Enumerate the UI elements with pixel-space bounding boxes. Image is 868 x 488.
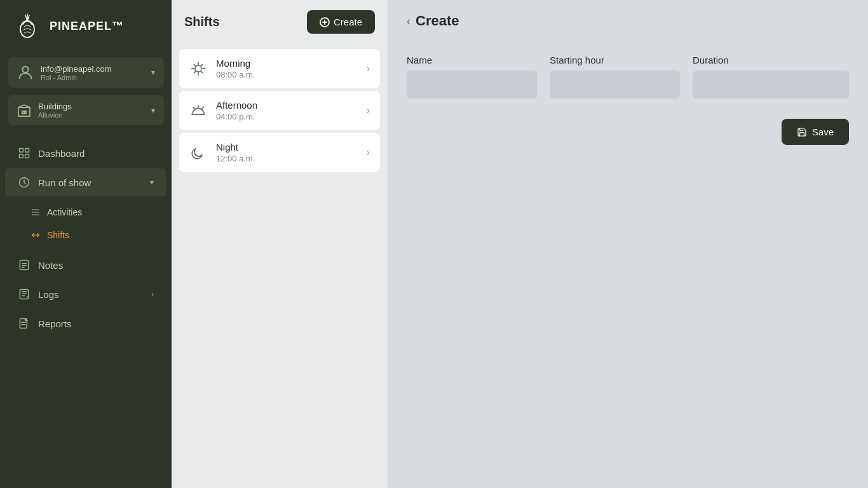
name-input[interactable]	[407, 71, 537, 98]
create-form-panel: ‹ Create Name Starting hour Duration	[388, 0, 868, 488]
name-field-container: Name	[407, 55, 537, 98]
shifts-icon	[31, 230, 41, 240]
name-label: Name	[407, 55, 537, 65]
building-name: Buildings	[38, 102, 145, 111]
form-fields-row: Name Starting hour Duration	[407, 55, 849, 98]
duration-input[interactable]	[693, 71, 849, 98]
duration-label: Duration	[693, 55, 849, 65]
pineapel-logo-icon	[13, 11, 42, 41]
sidebar-item-shifts[interactable]: Shifts	[18, 224, 166, 246]
svg-rect-8	[25, 154, 29, 158]
building-info: Buildings Alluvion	[38, 102, 145, 119]
logs-chevron-icon: ›	[151, 290, 154, 299]
svg-rect-5	[20, 149, 24, 152]
back-chevron-icon[interactable]: ‹	[407, 15, 410, 28]
logo-area: PINEAPEL™	[0, 0, 172, 52]
user-role: Rol - Admin	[41, 74, 145, 81]
create-button-label: Create	[334, 17, 362, 27]
night-icon	[189, 144, 207, 161]
afternoon-icon	[189, 102, 207, 119]
sidebar-item-run-of-show[interactable]: Run of show ▾	[5, 168, 166, 196]
building-sub: Alluvion	[38, 111, 145, 119]
form-title: Create	[416, 13, 459, 29]
create-shift-button[interactable]: Create	[307, 10, 375, 34]
create-shift-form: Name Starting hour Duration Save	[388, 42, 868, 158]
dashboard-label: Dashboard	[38, 148, 154, 159]
building-dropdown[interactable]: Buildings Alluvion ▾	[8, 95, 164, 125]
morning-info: Morning 08:00 a.m.	[216, 58, 358, 79]
runofshow-icon	[18, 176, 31, 189]
main-nav: Dashboard Run of show ▾ A	[0, 133, 172, 344]
duration-field-container: Duration	[693, 55, 849, 98]
shift-item-afternoon[interactable]: Afternoon 04:00 p.m. ›	[179, 91, 380, 130]
shifts-list-panel: Shifts Create M	[172, 0, 388, 488]
sidebar-item-notes[interactable]: Notes	[5, 251, 166, 279]
svg-point-15	[32, 214, 32, 215]
svg-rect-7	[20, 154, 24, 158]
plus-icon	[320, 17, 330, 27]
svg-rect-20	[20, 290, 28, 299]
afternoon-name: Afternoon	[216, 100, 358, 111]
user-avatar-icon	[17, 64, 34, 81]
svg-line-38	[193, 107, 194, 109]
afternoon-info: Afternoon 04:00 p.m.	[216, 100, 358, 121]
user-email: info@pineapel.com	[41, 64, 145, 74]
dashboard-icon	[18, 147, 31, 159]
morning-time: 08:00 a.m.	[216, 70, 358, 79]
logs-label: Logs	[38, 289, 144, 300]
sidebar-item-logs[interactable]: Logs ›	[5, 280, 166, 308]
shift-item-morning[interactable]: Morning 08:00 a.m. ›	[179, 49, 380, 88]
svg-line-32	[194, 65, 196, 66]
reports-icon	[18, 317, 31, 330]
run-of-show-label: Run of show	[38, 177, 142, 188]
logs-icon	[18, 288, 31, 301]
night-time: 12:00 a.m.	[216, 154, 358, 163]
app-name: PINEAPEL™	[50, 20, 124, 33]
afternoon-time: 04:00 p.m.	[216, 112, 358, 121]
activities-icon	[31, 207, 41, 217]
svg-point-14	[32, 212, 32, 212]
sidebar: PINEAPEL™ info@pineapel.com Rol - Admin …	[0, 0, 172, 488]
starting-hour-input[interactable]	[550, 71, 680, 98]
shifts-header: Shifts Create	[172, 0, 388, 44]
user-chevron-down-icon: ▾	[151, 68, 155, 77]
svg-point-27	[195, 65, 201, 72]
form-header: ‹ Create	[388, 0, 868, 42]
save-icon	[797, 127, 807, 137]
sidebar-item-activities[interactable]: Activities	[18, 201, 166, 223]
svg-line-33	[201, 72, 203, 73]
building-chevron-down-icon: ▾	[151, 106, 155, 115]
night-name: Night	[216, 142, 358, 152]
svg-rect-16	[20, 261, 28, 270]
svg-rect-4	[24, 111, 26, 114]
svg-line-35	[194, 72, 196, 73]
morning-chevron-icon: ›	[367, 63, 370, 74]
shift-item-night[interactable]: Night 12:00 a.m. ›	[179, 133, 380, 172]
form-actions: Save	[407, 114, 849, 145]
save-button-label: Save	[812, 126, 834, 137]
shift-items-list: Morning 08:00 a.m. › Afternoon 04:00 p.m…	[172, 44, 388, 488]
notes-icon	[18, 259, 31, 271]
activities-label: Activities	[47, 207, 82, 217]
svg-point-1	[22, 67, 28, 72]
user-dropdown[interactable]: info@pineapel.com Rol - Admin ▾	[8, 57, 164, 88]
reports-label: Reports	[38, 318, 154, 329]
shifts-label: Shifts	[47, 230, 69, 240]
starting-hour-field-container: Starting hour	[550, 55, 680, 98]
afternoon-chevron-icon: ›	[367, 105, 370, 116]
shifts-title: Shifts	[184, 15, 220, 29]
user-info: info@pineapel.com Rol - Admin	[41, 64, 145, 81]
morning-icon	[189, 60, 207, 78]
save-button[interactable]: Save	[782, 119, 849, 145]
notes-label: Notes	[38, 260, 154, 271]
starting-hour-label: Starting hour	[550, 55, 680, 65]
svg-rect-6	[25, 149, 29, 152]
night-chevron-icon: ›	[367, 147, 370, 158]
sidebar-item-reports[interactable]: Reports	[5, 309, 166, 337]
run-of-show-sub-nav: Activities Shifts	[0, 198, 172, 250]
svg-line-39	[202, 107, 203, 109]
morning-name: Morning	[216, 58, 358, 69]
sidebar-item-dashboard[interactable]: Dashboard	[5, 139, 166, 167]
building-icon	[17, 103, 32, 118]
run-of-show-chevron-icon: ▾	[150, 178, 154, 187]
